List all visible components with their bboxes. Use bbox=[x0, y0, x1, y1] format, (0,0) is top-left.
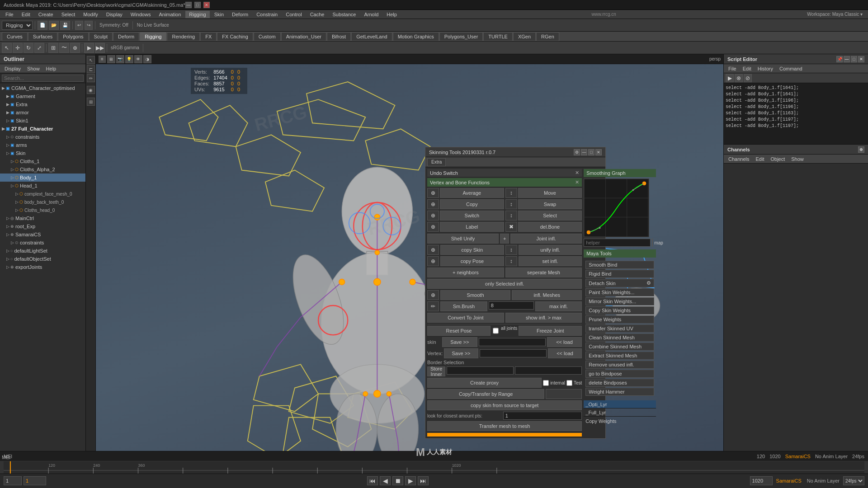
select-icon[interactable]: ↖ bbox=[87, 56, 95, 64]
se-maximize-btn[interactable]: □ bbox=[851, 56, 857, 62]
tab-polygons-user[interactable]: Polygons_User bbox=[439, 32, 483, 41]
menu-display[interactable]: Display bbox=[103, 11, 126, 18]
tree-item-cgma[interactable]: ▶ ▣ CGMA_Character_optimised bbox=[0, 84, 85, 92]
skin-path-input[interactable] bbox=[479, 338, 546, 346]
copy-pose-icon[interactable]: ⊕ bbox=[427, 256, 439, 266]
select-icon-btn[interactable]: ↕ bbox=[505, 211, 517, 221]
weight-hammer-btn[interactable]: Weight Hammer bbox=[585, 388, 654, 396]
play-btn[interactable]: ▶ bbox=[405, 476, 416, 485]
unify-infl-btn[interactable]: unify infl. bbox=[519, 245, 582, 255]
store-inner-btn[interactable]: Store Inner bbox=[427, 366, 445, 376]
smooth-btn[interactable]: Smooth bbox=[440, 290, 510, 300]
outliner-menu-display[interactable]: Display bbox=[2, 66, 24, 71]
copy-pose-btn[interactable]: copy Pose bbox=[440, 256, 504, 266]
tree-item-full-character[interactable]: ▶ ▣ 27 Full_Character bbox=[0, 125, 85, 133]
tab-animation-user[interactable]: Animation_User bbox=[281, 32, 326, 41]
menu-modify[interactable]: Modify bbox=[80, 11, 101, 18]
detach-skin-btn[interactable]: Detach Skin ⚙ bbox=[585, 279, 654, 287]
tree-item-complex-face[interactable]: ▷ ⬡ complext_face_mesh_0 bbox=[0, 190, 85, 198]
se-minimize-btn[interactable]: — bbox=[844, 56, 850, 62]
snap-point-btn[interactable]: ⊕ bbox=[70, 43, 80, 53]
open-scene-btn[interactable]: 📂 bbox=[49, 21, 59, 30]
menu-rigging[interactable]: Rigging bbox=[185, 11, 209, 18]
freeze-joint-btn[interactable]: Freeze Joint bbox=[519, 326, 582, 336]
smooth-icon[interactable]: ⊕ bbox=[427, 290, 439, 300]
tree-item-samaraics[interactable]: ▷ ⊕ SamaraiCS bbox=[0, 230, 85, 239]
se-menu-history[interactable]: History bbox=[755, 66, 776, 71]
scale-tool-btn[interactable]: ⤢ bbox=[34, 43, 44, 53]
vertex-path-input[interactable] bbox=[480, 349, 547, 357]
undo-btn[interactable]: ↩ bbox=[75, 21, 83, 30]
tab-sculpt[interactable]: Sculpt bbox=[89, 32, 113, 41]
outliner-menu-show[interactable]: Show bbox=[24, 66, 42, 71]
copy-skin-icon[interactable]: ⊕ bbox=[427, 245, 439, 255]
copy-from-source-btn[interactable]: copy skin from source to target bbox=[427, 400, 582, 410]
tree-item-defaultobjectset[interactable]: ▷ ○ defaultObjectSet bbox=[0, 255, 85, 263]
menu-animation[interactable]: Animation bbox=[155, 11, 184, 18]
cb-menu-show[interactable]: Show bbox=[788, 156, 807, 162]
copy-skin-weights-btn[interactable]: Copy Skin Weights bbox=[585, 306, 654, 314]
vbf-close-btn2[interactable]: ✕ bbox=[575, 179, 579, 185]
next-frame-btn[interactable]: ⏭ bbox=[418, 476, 429, 485]
menu-cache[interactable]: Cache bbox=[307, 11, 328, 18]
label-icon-btn[interactable]: ⊕ bbox=[427, 222, 439, 232]
se-menu-file[interactable]: File bbox=[726, 66, 739, 71]
menu-control[interactable]: Control bbox=[282, 11, 305, 18]
tree-item-extra[interactable]: ▶ ▣ Extra bbox=[0, 100, 85, 108]
max-infl-input[interactable] bbox=[489, 301, 534, 310]
average-icon-btn[interactable]: ⊕ bbox=[427, 188, 439, 198]
tree-item-maincrl[interactable]: ▷ ◎ MainCtrl bbox=[0, 214, 85, 222]
tab-turtle[interactable]: TURTLE bbox=[483, 32, 513, 41]
joint-plus-btn[interactable]: + bbox=[500, 234, 509, 244]
skin-save-btn[interactable]: Save >> bbox=[442, 337, 477, 347]
rigid-bind-btn[interactable]: Rigid Bind bbox=[585, 270, 654, 278]
paint-icon[interactable]: ✏ bbox=[87, 74, 95, 82]
minimize-button[interactable]: — bbox=[185, 2, 192, 8]
sp-close-btn[interactable]: ✕ bbox=[595, 149, 602, 155]
tab-polygons[interactable]: Polygons bbox=[58, 32, 88, 41]
copy-icon-btn[interactable]: ⊕ bbox=[427, 199, 439, 209]
menu-constrain[interactable]: Constrain bbox=[253, 11, 281, 18]
tab-bifrost[interactable]: Bifrost bbox=[327, 32, 351, 41]
tab-deform[interactable]: Deform bbox=[113, 32, 139, 41]
vp-shading-btn[interactable]: ◑ bbox=[143, 55, 151, 63]
go-to-bindpose-btn[interactable]: go to Bindpose bbox=[585, 370, 654, 378]
layer-full[interactable]: _Full_Lyr bbox=[584, 408, 656, 417]
switch-btn[interactable]: Switch bbox=[440, 211, 504, 221]
tree-item-constraints2[interactable]: ▷ ⊙ constraints bbox=[0, 239, 85, 247]
node-editor-icon[interactable]: ⊞ bbox=[87, 98, 95, 106]
set-infl-btn[interactable]: set infl. bbox=[519, 256, 582, 266]
frame-start-input[interactable] bbox=[4, 476, 22, 485]
cb-menu-channels[interactable]: Channels bbox=[726, 156, 752, 162]
stop-btn[interactable]: ⏹ bbox=[392, 476, 403, 485]
max-infl-btn[interactable]: max infl. bbox=[535, 301, 582, 311]
tree-item-root[interactable]: ▷ ⊕ root_Exp bbox=[0, 222, 85, 230]
delbone-icon-btn[interactable]: ✖ bbox=[505, 222, 517, 232]
cb-menu-object[interactable]: Object bbox=[768, 156, 788, 162]
new-scene-btn[interactable]: 📄 bbox=[38, 21, 47, 30]
convert-to-joint-btn[interactable]: Convert To Joint bbox=[427, 313, 504, 323]
prev-frame-btn[interactable]: ⏮ bbox=[367, 476, 378, 485]
vp-display-btn[interactable]: 👁 bbox=[134, 55, 142, 63]
move-icon-btn[interactable]: ↕ bbox=[505, 188, 517, 198]
se-clear-btn[interactable]: ⊗ bbox=[735, 74, 743, 82]
delete-bindposes-btn[interactable]: delete Bindposes bbox=[585, 379, 654, 387]
neighbors-btn[interactable]: + neighbors bbox=[427, 267, 504, 277]
tab-rgen[interactable]: RGen bbox=[536, 32, 559, 41]
se-menu-edit[interactable]: Edit bbox=[740, 66, 754, 71]
render-seq-btn[interactable]: ▶▶ bbox=[95, 43, 105, 53]
smbrush-icon[interactable]: ✏ bbox=[427, 301, 439, 311]
prune-weights-btn[interactable]: Prune Weights bbox=[585, 315, 654, 324]
separate-mesh-btn[interactable]: seperate Mesh bbox=[505, 267, 582, 277]
swap-btn[interactable]: Swap bbox=[518, 199, 582, 209]
sp-settings-btn[interactable]: ⚙ bbox=[574, 149, 580, 155]
look-closest-input[interactable] bbox=[503, 412, 582, 420]
tab-xgen[interactable]: XGen bbox=[513, 32, 536, 41]
layer-opti[interactable]: _Opti_Lyr bbox=[584, 400, 656, 408]
menu-help[interactable]: Help bbox=[383, 11, 401, 18]
frame-end-input[interactable] bbox=[750, 476, 773, 485]
clean-skinned-btn[interactable]: Clean Skinned Mesh bbox=[585, 333, 654, 342]
tree-item-cloths-head[interactable]: ▷ ⬡ Cloths_head_0 bbox=[0, 206, 85, 214]
menu-arnold[interactable]: Arnold bbox=[360, 11, 382, 18]
select-btn[interactable]: Select bbox=[518, 211, 582, 221]
